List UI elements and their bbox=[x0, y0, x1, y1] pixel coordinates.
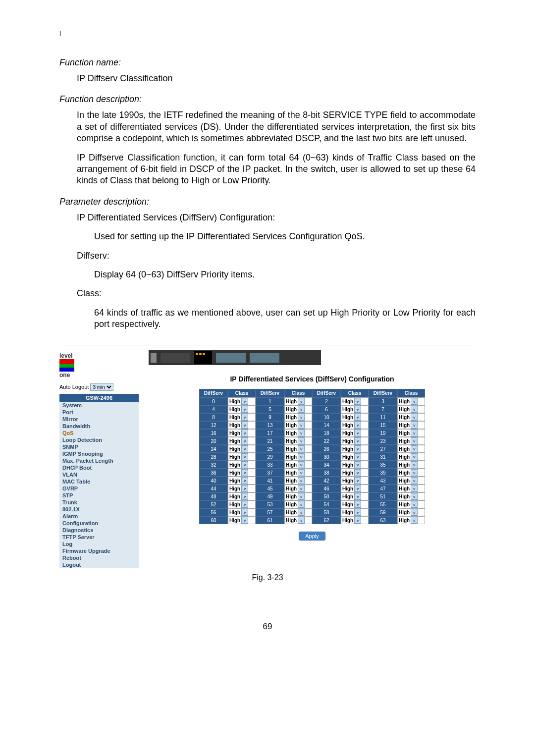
class-select[interactable]: Highv bbox=[286, 430, 305, 436]
class-select[interactable]: Highv bbox=[286, 485, 305, 492]
class-select[interactable]: Highv bbox=[229, 406, 248, 413]
class-select[interactable]: Highv bbox=[342, 398, 361, 405]
class-select[interactable]: Highv bbox=[399, 422, 418, 429]
class-select[interactable]: Highv bbox=[399, 493, 418, 500]
sidebar-item-loop-detection[interactable]: Loop Detection bbox=[59, 436, 139, 443]
sidebar-item-mirror[interactable]: Mirror bbox=[59, 416, 139, 423]
sidebar-item-igmp-snooping[interactable]: IGMP Snooping bbox=[59, 450, 139, 457]
class-select[interactable]: Highv bbox=[286, 501, 305, 508]
config-title: IP Differentiated Services (DiffServ) Co… bbox=[149, 375, 476, 383]
class-value: High bbox=[229, 423, 240, 428]
sidebar-item-mac-table[interactable]: MAC Table bbox=[59, 478, 139, 485]
class-select[interactable]: Highv bbox=[399, 469, 418, 476]
class-select[interactable]: Highv bbox=[286, 437, 305, 444]
sidebar-item-log[interactable]: Log bbox=[59, 540, 139, 547]
class-select[interactable]: Highv bbox=[229, 437, 248, 444]
sidebar-item-reboot[interactable]: Reboot bbox=[59, 554, 139, 561]
sidebar-item-port[interactable]: Port bbox=[59, 409, 139, 416]
diffserv-number: 31 bbox=[369, 453, 397, 461]
class-select[interactable]: Highv bbox=[399, 406, 418, 413]
sidebar-item-system[interactable]: System bbox=[59, 402, 139, 409]
class-select[interactable]: Highv bbox=[342, 414, 361, 421]
class-select[interactable]: Highv bbox=[342, 453, 361, 460]
class-select[interactable]: Highv bbox=[229, 453, 248, 460]
class-select[interactable]: Highv bbox=[286, 453, 305, 460]
diffserv-number: 28 bbox=[199, 453, 228, 461]
class-select[interactable]: Highv bbox=[342, 437, 361, 444]
sidebar-item-qos[interactable]: QoS bbox=[59, 430, 139, 436]
class-select[interactable]: Highv bbox=[342, 406, 361, 413]
sidebar-item-trunk[interactable]: Trunk bbox=[59, 499, 139, 506]
sidebar-item-bandwidth[interactable]: Bandwidth bbox=[59, 423, 139, 430]
class-select[interactable]: Highv bbox=[399, 430, 418, 436]
sidebar-item-max-packet-length[interactable]: Max. Packet Length bbox=[59, 457, 139, 464]
class-select[interactable]: Highv bbox=[399, 517, 418, 524]
class-select[interactable]: Highv bbox=[342, 477, 361, 484]
class-select[interactable]: Highv bbox=[286, 406, 305, 413]
class-select[interactable]: Highv bbox=[342, 501, 361, 508]
class-select[interactable]: Highv bbox=[399, 414, 418, 421]
apply-button[interactable]: Apply bbox=[299, 532, 325, 540]
class-select[interactable]: Highv bbox=[342, 430, 361, 436]
class-select[interactable]: Highv bbox=[342, 509, 361, 516]
class-select[interactable]: Highv bbox=[399, 398, 418, 405]
class-select[interactable]: Highv bbox=[342, 493, 361, 500]
class-select[interactable]: Highv bbox=[342, 445, 361, 452]
chevron-down-icon: v bbox=[411, 422, 418, 429]
class-select[interactable]: Highv bbox=[229, 509, 248, 516]
class-select[interactable]: Highv bbox=[399, 437, 418, 444]
sidebar-item-configuration[interactable]: Configuration bbox=[59, 520, 139, 527]
class-select[interactable]: Highv bbox=[229, 445, 248, 452]
sidebar-item-gvrp[interactable]: GVRP bbox=[59, 485, 139, 492]
class-select[interactable]: Highv bbox=[286, 469, 305, 476]
class-select[interactable]: Highv bbox=[286, 422, 305, 429]
sidebar-item-802-1x[interactable]: 802.1X bbox=[59, 506, 139, 513]
diffserv-number: 38 bbox=[312, 469, 341, 477]
sidebar-item-firmware-upgrade[interactable]: Firmware Upgrade bbox=[59, 547, 139, 554]
class-select[interactable]: Highv bbox=[229, 469, 248, 476]
chevron-down-icon: v bbox=[354, 509, 361, 516]
class-select[interactable]: Highv bbox=[399, 477, 418, 484]
sidebar-item-tftp-server[interactable]: TFTP Server bbox=[59, 534, 139, 540]
class-select[interactable]: Highv bbox=[399, 461, 418, 468]
class-select[interactable]: Highv bbox=[229, 477, 248, 484]
class-select[interactable]: Highv bbox=[286, 445, 305, 452]
sidebar-item-alarm[interactable]: Alarm bbox=[59, 513, 139, 520]
class-select[interactable]: Highv bbox=[229, 501, 248, 508]
class-select[interactable]: Highv bbox=[342, 461, 361, 468]
class-select[interactable]: Highv bbox=[342, 422, 361, 429]
class-select[interactable]: Highv bbox=[286, 398, 305, 405]
sidebar-item-snmp[interactable]: SNMP bbox=[59, 443, 139, 450]
sidebar-item-diagnostics[interactable]: Diagnostics bbox=[59, 527, 139, 534]
class-select[interactable]: Highv bbox=[399, 445, 418, 452]
class-select[interactable]: Highv bbox=[229, 461, 248, 468]
sidebar-item-stp[interactable]: STP bbox=[59, 492, 139, 499]
class-select[interactable]: Highv bbox=[286, 509, 305, 516]
class-select[interactable]: Highv bbox=[399, 509, 418, 516]
diffserv-class-cell: Highv bbox=[341, 421, 369, 429]
class-select[interactable]: Highv bbox=[342, 469, 361, 476]
class-select[interactable]: Highv bbox=[229, 485, 248, 492]
sidebar-item-vlan[interactable]: VLAN bbox=[59, 471, 139, 478]
class-select[interactable]: Highv bbox=[229, 430, 248, 436]
auto-logout-select[interactable]: 3 min bbox=[90, 383, 113, 391]
diffserv-number: 59 bbox=[369, 508, 397, 516]
sidebar-item-logout[interactable]: Logout bbox=[59, 561, 139, 568]
class-select[interactable]: Highv bbox=[229, 493, 248, 500]
class-select[interactable]: Highv bbox=[229, 422, 248, 429]
class-select[interactable]: Highv bbox=[229, 414, 248, 421]
class-select[interactable]: Highv bbox=[229, 517, 248, 524]
class-select[interactable]: Highv bbox=[399, 501, 418, 508]
class-select[interactable]: Highv bbox=[229, 398, 248, 405]
class-select[interactable]: Highv bbox=[342, 485, 361, 492]
class-select[interactable]: Highv bbox=[399, 453, 418, 460]
class-select[interactable]: Highv bbox=[286, 493, 305, 500]
class-select[interactable]: Highv bbox=[286, 414, 305, 421]
class-select[interactable]: Highv bbox=[342, 517, 361, 524]
class-select[interactable]: Highv bbox=[286, 461, 305, 468]
class-select[interactable]: Highv bbox=[286, 477, 305, 484]
class-select[interactable]: Highv bbox=[286, 517, 305, 524]
class-select[interactable]: Highv bbox=[399, 485, 418, 492]
class-value: High bbox=[399, 518, 410, 523]
sidebar-item-dhcp-boot[interactable]: DHCP Boot bbox=[59, 464, 139, 471]
